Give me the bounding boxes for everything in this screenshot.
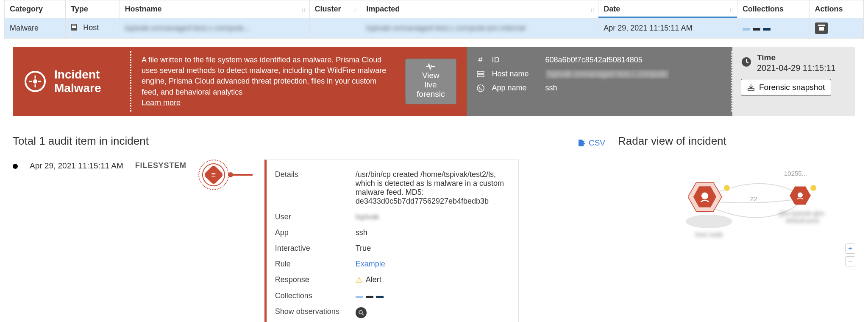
col-impacted[interactable]: Impacted↓↑ bbox=[361, 0, 598, 18]
svg-rect-4 bbox=[818, 25, 825, 26]
svg-point-21 bbox=[359, 311, 362, 314]
svg-rect-2 bbox=[72, 26, 76, 27]
server-icon bbox=[476, 70, 485, 78]
cell-collections bbox=[737, 18, 810, 39]
banner-meta: # ID 608a6b0f7c8542af50814805 Host name … bbox=[467, 47, 732, 116]
radar-zoom: + − bbox=[845, 244, 855, 266]
export-csv-button[interactable]: CSV bbox=[577, 138, 605, 148]
edge-label: 10255... bbox=[784, 170, 807, 177]
detail-text: /usr/bin/cp created /home/tspivak/test2/… bbox=[356, 170, 510, 206]
collection-tags bbox=[743, 28, 771, 31]
audit-kind: FILESYSTEM bbox=[135, 161, 186, 170]
bullet-icon bbox=[13, 164, 18, 169]
learn-more-link[interactable]: Learn more bbox=[142, 98, 181, 107]
incident-host: tspivak-unmanaged-test.c.compute bbox=[545, 70, 669, 78]
svg-point-28 bbox=[798, 192, 803, 197]
svg-point-6 bbox=[33, 79, 37, 84]
incident-time: 2021-04-29 11:15:11 bbox=[757, 63, 836, 73]
col-collections[interactable]: Collections bbox=[737, 0, 810, 18]
svg-point-26 bbox=[686, 215, 732, 228]
banner-description: A file written to the file system was id… bbox=[131, 47, 467, 116]
detail-user: tspivak bbox=[356, 213, 510, 221]
svg-rect-18 bbox=[748, 89, 754, 90]
col-cluster[interactable]: Cluster↓↑ bbox=[309, 0, 361, 18]
banner-title: IncidentMalware bbox=[13, 47, 131, 116]
zoom-out-button[interactable]: − bbox=[845, 256, 855, 266]
banner-time: Time 2021-04-29 11:15:11 Forensic snapsh… bbox=[732, 47, 855, 116]
audit-heading: Total 1 audit item in incident bbox=[13, 134, 149, 148]
col-date[interactable]: Date↓↑ bbox=[598, 0, 737, 18]
connector-line bbox=[229, 174, 253, 176]
audit-item: Apr 29, 2021 11:15:11 AM FILESYSTEM ≡ De… bbox=[13, 160, 605, 322]
show-observations-button[interactable] bbox=[356, 307, 367, 318]
cell-impacted: tspivak-unmanaged-test.c.compute-pm.inte… bbox=[361, 18, 598, 39]
col-actions[interactable]: Actions bbox=[810, 0, 863, 18]
sort-icon: ↓↑ bbox=[590, 6, 594, 12]
incident-app: ssh bbox=[545, 84, 557, 92]
wifi-icon bbox=[723, 184, 731, 192]
radar-node-secondary[interactable] bbox=[790, 186, 811, 205]
view-live-forensic-button[interactable]: View live forensic bbox=[405, 59, 456, 104]
download-icon bbox=[747, 84, 755, 91]
pulse-icon bbox=[426, 63, 435, 70]
cell-hostname: tspivak-unmanaged-test.c.compute... bbox=[120, 18, 309, 39]
svg-rect-11 bbox=[477, 71, 484, 73]
col-category[interactable]: Category bbox=[5, 0, 66, 18]
svg-rect-1 bbox=[72, 25, 76, 25]
radar-node-primary[interactable] bbox=[688, 182, 722, 212]
radar-view[interactable]: 10255... 22 host node gke-tspivak-gke-de… bbox=[618, 159, 855, 269]
svg-point-25 bbox=[701, 193, 708, 199]
incidents-table: Category Type Hostname↓↑ Cluster↓↑ Impac… bbox=[4, 0, 864, 39]
sort-icon: ↓↑ bbox=[729, 6, 733, 12]
cloud-icon bbox=[684, 213, 734, 230]
sort-icon: ↓↑ bbox=[353, 6, 356, 12]
cell-type: Host bbox=[66, 18, 120, 39]
audit-detail-card: Details/usr/bin/cp created /home/tspivak… bbox=[264, 160, 519, 322]
hash-icon: # bbox=[476, 56, 485, 64]
audit-date: Apr 29, 2021 11:15:11 AM bbox=[30, 161, 123, 171]
warning-icon: ⚠ bbox=[356, 275, 362, 285]
col-type[interactable]: Type bbox=[66, 0, 120, 18]
rule-link[interactable]: Example bbox=[356, 260, 385, 268]
svg-rect-12 bbox=[477, 75, 484, 77]
archive-button[interactable] bbox=[815, 22, 828, 34]
terminal-icon bbox=[476, 84, 485, 92]
cell-category: Malware bbox=[5, 18, 66, 39]
file-export-icon bbox=[577, 139, 585, 147]
wifi-icon bbox=[810, 184, 817, 192]
incident-id: 608a6b0f7c8542af50814805 bbox=[545, 56, 643, 64]
incident-banner: IncidentMalware A file written to the fi… bbox=[13, 47, 855, 116]
svg-rect-3 bbox=[72, 27, 76, 28]
host-icon bbox=[71, 23, 78, 33]
cell-cluster bbox=[309, 18, 361, 39]
node-label: gke-tspivak-gke-default-pool bbox=[771, 210, 834, 224]
response-alert: ⚠ Alert bbox=[356, 275, 381, 285]
svg-rect-5 bbox=[819, 27, 824, 31]
edge-label: 22 bbox=[750, 195, 757, 202]
svg-line-22 bbox=[362, 314, 364, 315]
forensic-snapshot-button[interactable]: Forensic snapshot bbox=[741, 79, 831, 96]
sort-icon: ↓↑ bbox=[301, 6, 305, 12]
col-hostname[interactable]: Hostname↓↑ bbox=[120, 0, 309, 18]
radar-heading: Radar view of incident bbox=[618, 134, 855, 148]
table-row[interactable]: Malware Host tspivak-unmanaged-test.c.co… bbox=[5, 18, 864, 39]
cell-date: Apr 29, 2021 11:15:11 AM bbox=[598, 18, 737, 39]
filesystem-icon: ≡ bbox=[198, 160, 229, 190]
zoom-in-button[interactable]: + bbox=[845, 244, 855, 254]
detail-interactive: True bbox=[356, 244, 510, 253]
collection-tags bbox=[356, 296, 384, 298]
detail-app: ssh bbox=[356, 228, 510, 237]
node-label: host node bbox=[677, 231, 741, 238]
target-icon bbox=[25, 71, 46, 92]
clock-icon bbox=[741, 56, 752, 70]
cell-actions bbox=[810, 18, 863, 39]
